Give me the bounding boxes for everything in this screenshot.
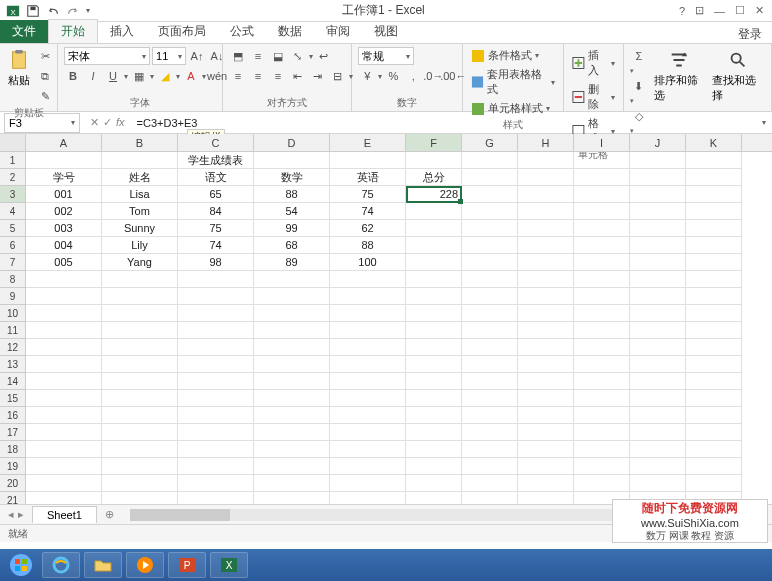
cell[interactable]: [26, 390, 102, 407]
cell[interactable]: [630, 271, 686, 288]
cell[interactable]: [518, 203, 574, 220]
cell[interactable]: 99: [254, 220, 330, 237]
cell[interactable]: [254, 407, 330, 424]
align-bottom-icon[interactable]: ⬓: [269, 47, 287, 65]
cell[interactable]: [178, 492, 254, 504]
row-header[interactable]: 20: [0, 475, 26, 492]
cell[interactable]: [574, 356, 630, 373]
cell[interactable]: [518, 441, 574, 458]
cell[interactable]: 学生成绩表: [178, 152, 254, 169]
paste-button[interactable]: 粘贴: [6, 47, 32, 90]
tab-review[interactable]: 审阅: [314, 20, 362, 43]
cell[interactable]: [330, 305, 406, 322]
cell[interactable]: [518, 322, 574, 339]
cell[interactable]: [630, 305, 686, 322]
cell[interactable]: [26, 424, 102, 441]
cell[interactable]: [462, 305, 518, 322]
save-icon[interactable]: [26, 4, 40, 18]
cell[interactable]: [178, 373, 254, 390]
cell[interactable]: [406, 152, 462, 169]
decrease-decimal-icon[interactable]: .00←: [444, 67, 462, 85]
cell[interactable]: [462, 390, 518, 407]
cell[interactable]: [406, 424, 462, 441]
cell[interactable]: [406, 203, 462, 220]
taskbar-powerpoint-icon[interactable]: P: [168, 552, 206, 578]
cell[interactable]: [330, 322, 406, 339]
tab-file[interactable]: 文件: [0, 20, 48, 43]
cell[interactable]: [26, 322, 102, 339]
cell[interactable]: [574, 254, 630, 271]
cell[interactable]: [178, 407, 254, 424]
cell[interactable]: [462, 424, 518, 441]
cell[interactable]: [102, 424, 178, 441]
cell[interactable]: [462, 152, 518, 169]
currency-icon[interactable]: ¥: [358, 67, 376, 85]
help-icon[interactable]: ?: [679, 5, 685, 17]
cell[interactable]: [102, 407, 178, 424]
cell[interactable]: [330, 475, 406, 492]
row-header[interactable]: 18: [0, 441, 26, 458]
cell[interactable]: [630, 203, 686, 220]
cell[interactable]: [330, 339, 406, 356]
cell[interactable]: 75: [178, 220, 254, 237]
cell[interactable]: [26, 356, 102, 373]
cell[interactable]: [630, 373, 686, 390]
wrap-text-icon[interactable]: ↩: [315, 47, 333, 65]
row-header[interactable]: 15: [0, 390, 26, 407]
cell[interactable]: 语文: [178, 169, 254, 186]
cell[interactable]: [178, 390, 254, 407]
cell[interactable]: [574, 152, 630, 169]
formula-input[interactable]: =C3+D3+E3 编辑栏: [131, 117, 756, 129]
conditional-format-button[interactable]: 条件格式▾: [469, 47, 541, 64]
cell[interactable]: [26, 305, 102, 322]
cell[interactable]: [102, 475, 178, 492]
row-header[interactable]: 4: [0, 203, 26, 220]
cell[interactable]: [630, 288, 686, 305]
sheet-tab[interactable]: Sheet1: [32, 506, 97, 523]
cell[interactable]: [574, 458, 630, 475]
sum-icon[interactable]: Σ: [630, 47, 648, 65]
cell[interactable]: [574, 220, 630, 237]
add-sheet-icon[interactable]: ⊕: [97, 508, 122, 521]
cell[interactable]: [574, 237, 630, 254]
cell[interactable]: [630, 220, 686, 237]
cell[interactable]: [178, 475, 254, 492]
cell[interactable]: Tom: [102, 203, 178, 220]
cell[interactable]: [26, 441, 102, 458]
row-header[interactable]: 14: [0, 373, 26, 390]
align-left-icon[interactable]: ≡: [229, 67, 247, 85]
cell[interactable]: [178, 356, 254, 373]
column-header[interactable]: G: [462, 134, 518, 151]
cell[interactable]: [686, 254, 742, 271]
row-header[interactable]: 17: [0, 424, 26, 441]
cell[interactable]: [574, 169, 630, 186]
column-header[interactable]: C: [178, 134, 254, 151]
cell[interactable]: [686, 237, 742, 254]
select-all-corner[interactable]: [0, 134, 26, 151]
cell[interactable]: [102, 339, 178, 356]
cell[interactable]: [102, 458, 178, 475]
cell[interactable]: [630, 441, 686, 458]
cell[interactable]: [574, 322, 630, 339]
align-top-icon[interactable]: ⬒: [229, 47, 247, 65]
cell[interactable]: [406, 373, 462, 390]
row-header[interactable]: 21: [0, 492, 26, 504]
cell[interactable]: [26, 152, 102, 169]
cell[interactable]: [518, 169, 574, 186]
cell[interactable]: [102, 356, 178, 373]
column-header[interactable]: K: [686, 134, 742, 151]
cell[interactable]: 62: [330, 220, 406, 237]
undo-icon[interactable]: [46, 4, 60, 18]
cell[interactable]: [630, 322, 686, 339]
cell[interactable]: [686, 390, 742, 407]
cell[interactable]: [102, 288, 178, 305]
cell[interactable]: [254, 424, 330, 441]
underline-icon[interactable]: U: [104, 67, 122, 85]
cell[interactable]: 005: [26, 254, 102, 271]
cell[interactable]: [254, 305, 330, 322]
cell[interactable]: [518, 390, 574, 407]
cell[interactable]: [26, 475, 102, 492]
format-table-button[interactable]: 套用表格格式▾: [469, 66, 557, 98]
cell[interactable]: 74: [178, 237, 254, 254]
cell[interactable]: [254, 322, 330, 339]
